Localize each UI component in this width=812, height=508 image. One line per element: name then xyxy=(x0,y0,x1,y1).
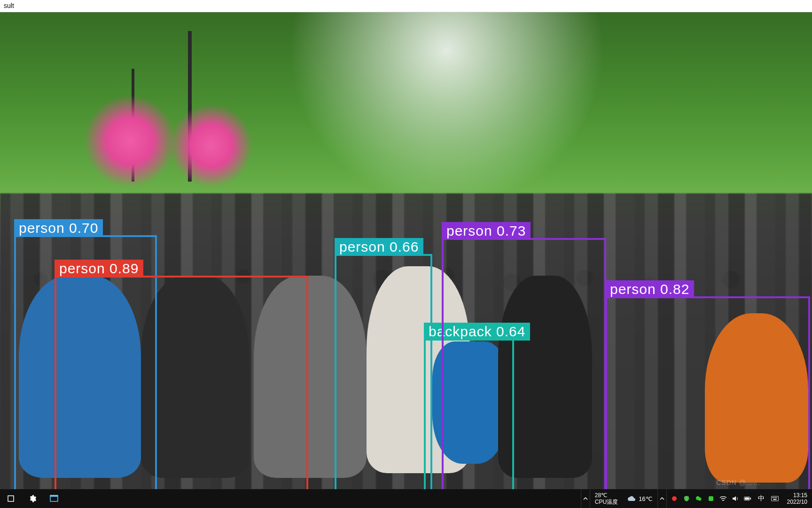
taskbar-app-window[interactable] xyxy=(43,489,65,508)
tray-record-icon[interactable] xyxy=(671,495,678,502)
detection-person-5: person 0.82 xyxy=(605,296,810,489)
cpu-temp-value: 28℃ xyxy=(595,492,607,499)
detection-label: person 0.82 xyxy=(605,280,694,298)
svg-rect-11 xyxy=(772,497,773,498)
cpu-temp-widget[interactable]: 28℃ CPU温度 xyxy=(590,492,623,505)
tray-security-icon[interactable] xyxy=(683,495,690,502)
taskbar-app-generic[interactable]: app xyxy=(0,489,22,508)
svg-rect-6 xyxy=(709,496,713,501)
window-title: sult xyxy=(4,2,14,9)
system-tray xyxy=(667,495,755,502)
ime-keyboard[interactable] xyxy=(767,495,782,502)
detection-label: person 0.66 xyxy=(335,238,423,256)
tray-show-hidden[interactable] xyxy=(581,489,590,508)
tray-wechat-icon[interactable] xyxy=(695,495,703,502)
wifi-icon[interactable] xyxy=(719,495,727,502)
detection-person-1: person 0.89 xyxy=(55,276,308,489)
detection-person-2: person 0.66 xyxy=(335,254,432,489)
svg-rect-0 xyxy=(8,496,14,501)
settings-button[interactable] xyxy=(22,489,43,508)
keyboard-icon xyxy=(771,495,779,502)
chevron-up-icon xyxy=(583,496,588,501)
detection-label: person 0.73 xyxy=(442,222,531,240)
svg-rect-9 xyxy=(745,498,749,500)
detection-label: person 0.89 xyxy=(55,260,143,278)
ime-indicator[interactable]: 中 xyxy=(755,494,767,503)
cpu-temp-label: CPU温度 xyxy=(595,499,618,505)
tray-overflow[interactable] xyxy=(657,489,667,508)
ime-lang: 中 xyxy=(758,494,765,502)
svg-rect-10 xyxy=(771,496,778,501)
weather-temp: 16℃ xyxy=(639,495,652,502)
svg-rect-13 xyxy=(775,497,776,498)
cloud-icon xyxy=(627,495,636,502)
chevron-up-icon xyxy=(660,496,664,501)
taskbar-left: app xyxy=(0,489,65,508)
svg-rect-12 xyxy=(773,497,774,498)
gear-icon xyxy=(28,494,37,503)
taskbar-clock[interactable]: 13:15 2022/10 xyxy=(782,492,812,505)
detection-label: person 0.70 xyxy=(14,219,103,237)
detection-viewport: person 0.70person 0.89person 0.66backpac… xyxy=(0,12,812,489)
tray-app-icon[interactable] xyxy=(707,495,715,502)
clock-time: 13:15 xyxy=(793,492,807,499)
taskbar[interactable]: app 28℃ CPU温度 16℃ xyxy=(0,489,812,508)
window-icon xyxy=(50,494,58,503)
svg-rect-8 xyxy=(750,498,751,500)
svg-point-3 xyxy=(672,496,677,501)
weather-widget[interactable]: 16℃ xyxy=(623,495,657,502)
battery-icon[interactable] xyxy=(744,495,751,502)
window-title-bar: sult xyxy=(0,0,812,12)
svg-rect-15 xyxy=(773,499,776,500)
clock-date: 2022/10 xyxy=(787,499,807,505)
svg-rect-14 xyxy=(776,497,777,498)
detection-person-4: person 0.73 xyxy=(442,238,606,489)
svg-rect-2 xyxy=(50,495,58,497)
volume-icon[interactable] xyxy=(732,495,739,502)
svg-point-5 xyxy=(698,498,701,501)
